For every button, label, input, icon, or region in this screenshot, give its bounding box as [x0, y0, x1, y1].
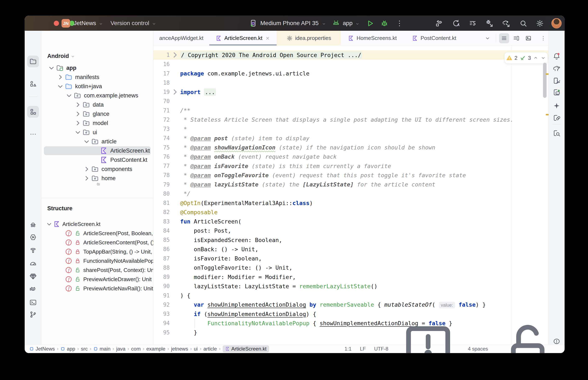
structure-item-previewarticlenavrail-unit[interactable]: f PreviewArticleNavRail(): Unit: [41, 284, 153, 293]
chevron-right-icon[interactable]: [73, 110, 82, 118]
code-line-17[interactable]: 17package com.example.jetnews.ui.article: [153, 69, 548, 78]
code-line-80[interactable]: 80 */: [153, 189, 548, 198]
structure-item-previewarticledrawer-unit[interactable]: f PreviewArticleDrawer(): Unit: [41, 275, 153, 284]
breadcrumb-item-article[interactable]: article: [203, 346, 217, 352]
code-line-16[interactable]: 16: [153, 59, 548, 69]
editor-options-button[interactable]: [538, 33, 548, 43]
tree-item-kotlin-java[interactable]: kotlin+java: [41, 82, 153, 91]
gemini-sparkle-button[interactable]: [551, 100, 563, 111]
file-encoding[interactable]: UTF-8: [374, 346, 388, 352]
hexagon-play-button[interactable]: [27, 232, 39, 243]
code-line-70[interactable]: 70: [153, 96, 548, 106]
run-configuration-selector[interactable]: app: [332, 16, 360, 31]
terminal-button[interactable]: [27, 297, 39, 308]
resource-manager-button[interactable]: [27, 78, 39, 90]
more-run-options-button[interactable]: [395, 19, 404, 28]
editor-scrollbar[interactable]: [543, 63, 547, 98]
chevron-right-icon[interactable]: [82, 165, 91, 173]
device-selector[interactable]: Medium Phone API 35: [249, 16, 326, 31]
unlock-icon[interactable]: [496, 317, 559, 353]
tree-item-postcontent-kt[interactable]: PostContent.kt: [41, 155, 153, 165]
structure-item-articlescreencontent-post[interactable]: f ArticleScreenContent(Post, (): [41, 238, 153, 247]
tab-overflow-button[interactable]: [483, 33, 493, 43]
debug-button[interactable]: [380, 19, 389, 28]
git-branch-button[interactable]: [27, 309, 39, 320]
chevron-right-icon[interactable]: [82, 174, 91, 183]
breadcrumb-item-app[interactable]: app: [61, 346, 75, 352]
warning-stripe-mark[interactable]: [546, 73, 549, 75]
code-line-88[interactable]: 88 onToggleFavorite: () -> Unit,: [153, 263, 548, 272]
more-horizontal-button[interactable]: [27, 128, 39, 140]
tree-item-app[interactable]: app: [41, 63, 153, 73]
breadcrumb-item-src[interactable]: src: [81, 346, 88, 352]
warning-count[interactable]: 2: [515, 55, 517, 61]
breadcrumb-item-articlescreen-kt[interactable]: ArticleScreen.kt: [223, 345, 269, 352]
code-line-81[interactable]: 81@OptIn(ExperimentalMaterial3Api::class…: [153, 198, 548, 208]
code-line-79[interactable]: 79 * @param lazyListState (state) the [L…: [153, 180, 548, 189]
code-line-19[interactable]: 19import ...: [153, 87, 548, 96]
tab-articlescreen-kt[interactable]: ArticleScreen.kt: [209, 31, 277, 46]
profiler-button[interactable]: [468, 19, 478, 28]
code-line-87[interactable]: 87 isFavorite: Boolean,: [153, 254, 548, 263]
design-preview-button[interactable]: [523, 33, 533, 43]
tree-item-glance[interactable]: glance: [41, 109, 153, 118]
chevron-right-icon[interactable]: [73, 100, 82, 109]
breadcrumb-item-ui[interactable]: ui: [194, 346, 198, 352]
structure-item-sharepost-post-context-un[interactable]: f sharePost(Post, Context): Un: [41, 266, 153, 275]
breadcrumb-item-example[interactable]: example: [146, 346, 165, 352]
code-line-74[interactable]: 74 * @param post (state) item to display: [153, 133, 548, 143]
code-line-92[interactable]: 92 var showUnimplementedActionDialog by …: [153, 300, 548, 309]
tree-item-article[interactable]: article: [41, 137, 153, 146]
avatar[interactable]: [551, 18, 562, 28]
code-line-18[interactable]: 18: [153, 78, 548, 87]
chevron-down-icon[interactable]: [73, 128, 82, 137]
search-button[interactable]: [519, 19, 528, 28]
tab-idea-properties[interactable]: idea.properties: [277, 31, 341, 46]
line-ending[interactable]: LF: [360, 346, 366, 352]
warning-stripe-mark[interactable]: [546, 114, 549, 115]
vcs-widget[interactable]: Version control: [110, 16, 156, 31]
fold-arrow-icon[interactable]: [170, 87, 180, 97]
running-devices-button[interactable]: [551, 87, 563, 98]
close-icon[interactable]: [265, 36, 270, 41]
code-line-77[interactable]: 77 * @param isFavorite (state) is this i…: [153, 161, 548, 171]
tree-item-ui[interactable]: ui: [41, 128, 153, 137]
code-line-1[interactable]: 1/ Copyright 2020 The Android Open Sourc…: [153, 50, 548, 59]
incognito-button[interactable]: [27, 220, 39, 230]
structure-item-articlescreen-post-boolean[interactable]: f ArticleScreen(Post, Boolean,: [41, 229, 153, 238]
fold-arrow-icon[interactable]: [170, 50, 180, 60]
tree-item-home[interactable]: home: [41, 174, 153, 183]
tree-item-articlescreen-kt[interactable]: ArticleScreen.kt: [41, 146, 153, 155]
code-line-83[interactable]: 83fun ArticleScreen(: [153, 217, 548, 226]
structure-tool-button[interactable]: [27, 106, 39, 118]
tab-homescreens-kt[interactable]: HomeScreens.kt: [341, 31, 404, 46]
tree-item-com-example-jetnews[interactable]: com.example.jetnews: [41, 91, 153, 100]
hammer-button[interactable]: [27, 245, 39, 256]
tree-item-data[interactable]: data: [41, 100, 153, 109]
tree-item-manifests[interactable]: manifests: [41, 73, 153, 82]
indent-setting[interactable]: 4 spaces: [468, 346, 488, 352]
caret-position[interactable]: 1:1: [345, 346, 352, 352]
split-preview-button[interactable]: [511, 33, 521, 43]
chevron-right-icon[interactable]: [73, 119, 82, 128]
speedometer-button[interactable]: [27, 259, 39, 269]
structure-item-topappbar-string-unit[interactable]: f TopAppBar(String, () -> Unit,: [41, 247, 153, 256]
device-link-button[interactable]: [551, 113, 563, 123]
project-view-selector[interactable]: Android: [47, 51, 75, 61]
logcat-cat-button[interactable]: [27, 284, 39, 295]
code-line-75[interactable]: 75 * @param showNavigationIcon (state) i…: [153, 143, 548, 152]
device-android-button[interactable]: [551, 76, 563, 86]
chevron-right-icon[interactable]: [56, 73, 65, 81]
chevron-down-icon[interactable]: [45, 220, 53, 228]
breadcrumb-item-java[interactable]: java: [116, 346, 125, 352]
build-hammer-button[interactable]: [434, 19, 444, 28]
tab-postcontent-kt[interactable]: PostContent.kt: [404, 31, 464, 46]
tree-item-model[interactable]: model: [41, 118, 153, 128]
code-line-72[interactable]: 72 * Stateless Article Screen that displ…: [153, 115, 548, 124]
breadcrumb-item-jetnews[interactable]: JetNews: [29, 346, 55, 352]
tree-item-components[interactable]: components: [41, 165, 153, 174]
chevron-down-icon[interactable]: [56, 82, 65, 91]
chevron-down-icon[interactable]: [82, 137, 91, 146]
breadcrumb-item-main[interactable]: main: [93, 346, 110, 352]
code-line-89[interactable]: 89 modifier: Modifier = Modifier,: [153, 272, 548, 282]
